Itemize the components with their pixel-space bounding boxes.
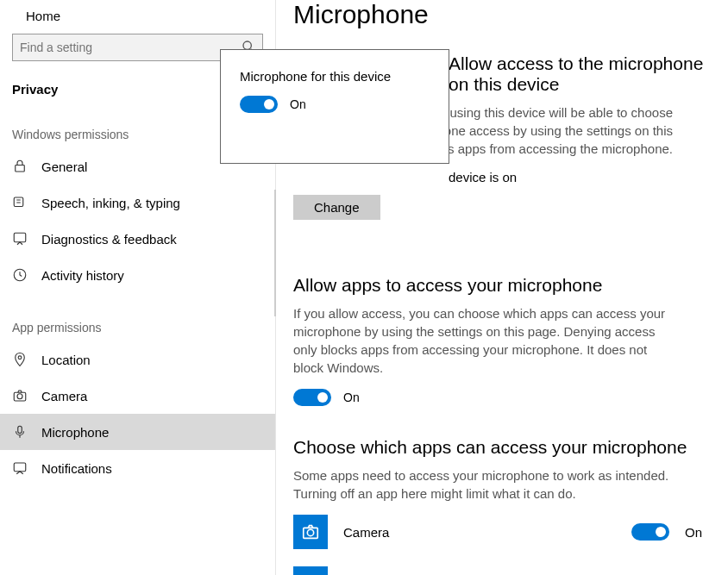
section3-description: Some apps need to access your microphone… [293,466,673,503]
mic-status: device is on [293,170,711,184]
camera-app-icon [293,515,328,549]
section3-heading: Choose which apps can access your microp… [293,437,711,458]
camera-toggle-state: On [685,525,711,540]
popup-title: Microphone for this device [240,69,430,84]
location-icon [12,352,28,367]
apps-access-state: On [343,391,360,404]
sidebar-item-label: Camera [41,389,87,403]
app-row-camera: Camera On [293,515,711,549]
sidebar-item-label: Location [41,353,91,367]
mic-device-popup: Microphone for this device On [220,49,449,164]
sidebar-item-diagnostics[interactable]: Diagnostics & feedback [0,221,275,257]
svg-point-7 [17,394,22,399]
sidebar-item-notifications[interactable]: Notifications [0,450,275,486]
sidebar-item-label: Speech, inking, & typing [41,196,180,210]
svg-point-5 [18,356,22,359]
svg-rect-9 [14,463,26,472]
app-row-cortana: Cortana On [293,566,711,575]
app-label: Camera [343,525,616,540]
change-button[interactable]: Change [293,195,380,220]
notifications-icon [12,460,28,476]
microphone-icon [12,424,28,440]
scrollbar[interactable] [274,190,276,316]
device-mic-state: On [290,97,306,111]
sidebar-item-label: Diagnostics & feedback [41,232,177,247]
sidebar-item-label: Notifications [41,461,112,476]
camera-toggle[interactable] [631,523,669,541]
sidebar-item-microphone[interactable]: Microphone [0,414,275,450]
svg-rect-3 [14,233,26,242]
sidebar-item-camera[interactable]: Camera [0,378,275,414]
svg-rect-2 [14,197,23,207]
page-title: Microphone [293,0,711,29]
device-mic-toggle[interactable] [240,96,278,113]
lock-icon [12,159,28,174]
section2-heading: Allow apps to access your microphone [293,275,711,296]
apps-access-toggle[interactable] [293,389,331,406]
section2-description: If you allow access, you can choose whic… [293,304,673,377]
sidebar-item-label: Microphone [41,425,109,440]
sidebar-item-label: Activity history [41,268,124,283]
cortana-app-icon [293,566,328,575]
feedback-icon [12,231,28,247]
sidebar-item-location[interactable]: Location [0,341,275,378]
sidebar-item-speech[interactable]: Speech, inking, & typing [0,184,275,221]
home-label: Home [26,9,60,23]
sidebar-item-label: General [41,159,87,174]
app-permissions-label: App permissions [0,310,275,341]
speech-icon [12,195,28,210]
sidebar-item-activity[interactable]: Activity history [0,257,275,293]
svg-point-0 [243,41,251,49]
svg-rect-8 [18,426,22,433]
svg-point-11 [307,529,313,535]
svg-rect-1 [16,166,25,172]
camera-icon [12,388,28,403]
history-icon [12,267,28,283]
search-input[interactable] [20,41,242,54]
home-nav[interactable]: Home [0,3,275,34]
